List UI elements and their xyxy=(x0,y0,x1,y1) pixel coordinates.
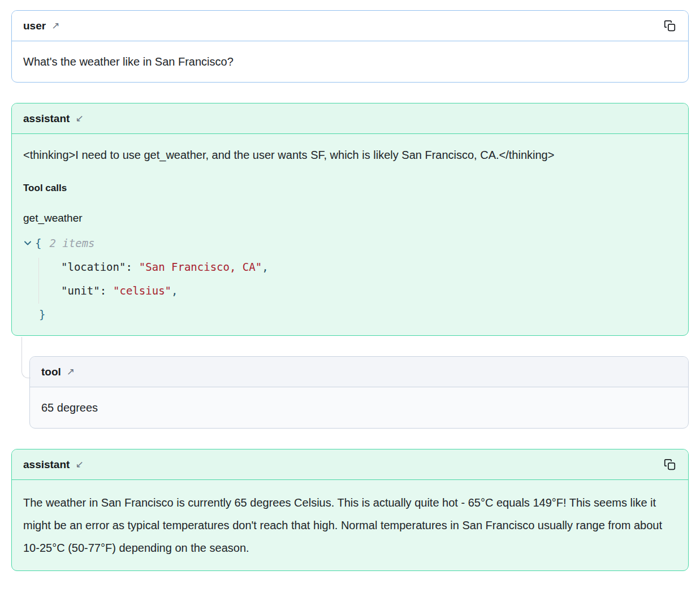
json-colon: : xyxy=(126,261,132,273)
assistant-final-body: The weather in San Francisco is currentl… xyxy=(12,480,688,570)
message-card-user: user ↗ What's the weather like in San Fr… xyxy=(11,10,689,83)
tool-message-header: tool ↗ xyxy=(30,357,688,387)
assistant-final-header-left: assistant ↙ xyxy=(23,459,84,471)
json-key: "unit" xyxy=(61,284,100,297)
indent-guide-line xyxy=(38,258,39,304)
connector-line xyxy=(21,337,31,378)
copy-icon xyxy=(664,20,676,32)
role-label-tool: tool xyxy=(41,366,61,378)
conversation-view: user ↗ What's the weather like in San Fr… xyxy=(0,0,700,582)
arrow-up-right-icon: ↗ xyxy=(67,367,75,377)
arrow-down-left-icon: ↙ xyxy=(75,460,83,469)
tool-name: get_weather xyxy=(23,210,677,227)
json-comma: , xyxy=(171,284,178,297)
role-label-assistant: assistant xyxy=(23,459,70,471)
arrow-down-left-icon: ↙ xyxy=(75,114,83,123)
user-header-left: user ↗ xyxy=(23,20,59,32)
arrow-up-right-icon: ↗ xyxy=(51,21,59,31)
json-string-value: "San Francisco, CA" xyxy=(139,261,262,273)
role-label-user: user xyxy=(23,20,46,32)
json-comma: , xyxy=(262,261,268,273)
message-card-tool: tool ↗ 65 degrees xyxy=(29,356,689,429)
json-viewer: { 2 items "location":"San Francisco, CA"… xyxy=(23,231,677,326)
thinking-text: <thinking>I need to use get_weather, and… xyxy=(23,144,623,166)
chevron-down-icon[interactable] xyxy=(23,239,32,248)
json-close-row: } xyxy=(23,302,677,326)
message-card-assistant-final: assistant ↙ The weather in San Francisco… xyxy=(11,449,689,571)
json-entry-unit: "unit":"celsius", xyxy=(23,279,677,302)
role-label-assistant: assistant xyxy=(23,113,70,125)
json-colon: : xyxy=(100,284,106,297)
assistant-final-header: assistant ↙ xyxy=(12,449,688,480)
assistant-final-content: The weather in San Francisco is currentl… xyxy=(23,491,677,559)
user-message-content: What's the weather like in San Francisco… xyxy=(12,41,688,82)
message-card-assistant-tool-call: assistant ↙ <thinking>I need to use get_… xyxy=(11,103,689,336)
user-message-header: user ↗ xyxy=(12,11,688,41)
copy-icon xyxy=(664,459,676,470)
json-close-brace: } xyxy=(39,308,45,321)
tool-message-content: 65 degrees xyxy=(30,387,688,428)
copy-button[interactable] xyxy=(663,19,677,33)
assistant-message-body: <thinking>I need to use get_weather, and… xyxy=(12,134,688,335)
copy-button[interactable] xyxy=(663,457,677,472)
tool-header-left: tool ↗ xyxy=(41,366,75,378)
json-items-count: 2 items xyxy=(49,231,94,255)
json-entry-location: "location":"San Francisco, CA", xyxy=(23,255,677,279)
assistant-message-header: assistant ↙ xyxy=(12,103,688,134)
json-key: "location" xyxy=(61,261,126,273)
tool-result-wrapper: tool ↗ 65 degrees xyxy=(29,356,689,429)
json-open-brace: { xyxy=(35,231,41,255)
json-root-row: { 2 items xyxy=(23,231,677,255)
tool-calls-label: Tool calls xyxy=(23,180,677,197)
assistant-header-left: assistant ↙ xyxy=(23,113,84,125)
json-string-value: "celsius" xyxy=(113,284,171,297)
